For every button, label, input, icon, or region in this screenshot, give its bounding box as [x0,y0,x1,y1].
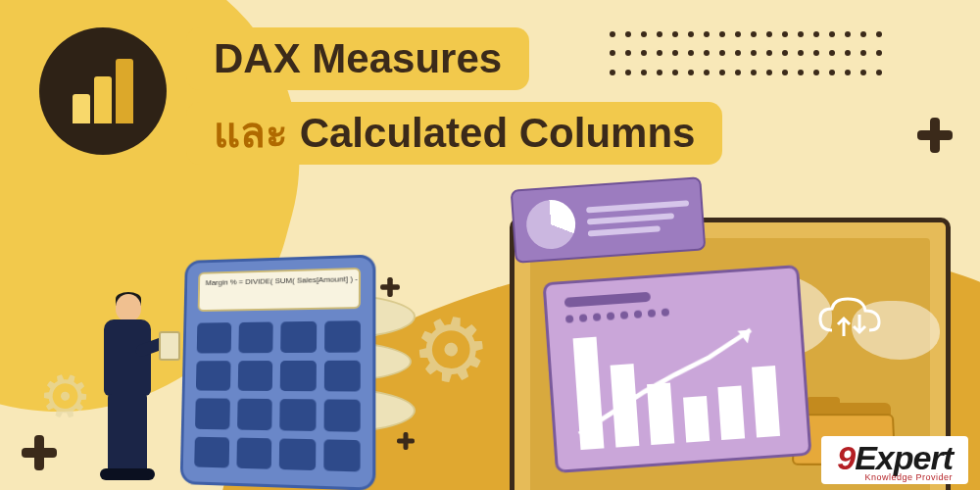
svg-marker-0 [738,330,752,344]
plus-decoration [22,435,57,470]
bar [752,366,780,437]
bar [717,385,745,440]
clipboard-icon [159,331,180,361]
cloud-sync-icon [812,293,891,344]
bar [573,337,605,450]
title-block: DAX Measures และ Calculated Columns [186,27,722,165]
plus-decoration [917,118,953,153]
pie-card-lines [586,200,691,236]
bar [683,396,710,442]
bar-chart-card [543,265,812,473]
power-bi-bars-icon [73,59,133,123]
plus-decoration [380,277,400,297]
bar [611,364,640,447]
calculator-illustration: Margin % = DIVIDE( SUM( Sales[Amount] ) … [180,254,376,490]
plus-decoration [397,432,415,450]
title-line-1: DAX Measures [186,27,529,90]
bar [647,382,674,445]
brand-name: Expert [855,439,953,476]
title-main-2: Calculated Columns [300,110,696,156]
person-illustration [88,294,157,480]
bar-chart [566,318,790,450]
bar-card-header [564,292,651,308]
calculator-screen: Margin % = DIVIDE( SUM( Sales[Amount] ) … [198,268,361,312]
calculator-keypad [194,320,361,471]
title-line-2: และ Calculated Columns [186,102,722,165]
pie-chart-card [511,176,707,263]
power-bi-logo [39,27,167,155]
brand-nine: 9 [837,439,855,476]
brand-logo: 9Expert Knowledge Provider [821,436,968,484]
pie-chart-icon [524,198,576,250]
title-accent: และ [214,110,288,156]
